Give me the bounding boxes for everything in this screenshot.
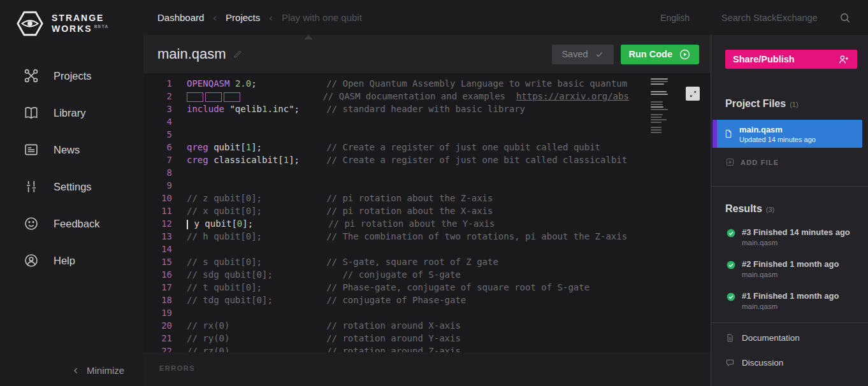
- header-right: English: [660, 11, 851, 24]
- minimap-line: [651, 127, 662, 128]
- active-file-indicator: [712, 120, 717, 148]
- minimap-line: [651, 119, 667, 120]
- code-line: 17// t qubit[0]; // Phase-gate, conjugat…: [143, 281, 651, 294]
- minimap[interactable]: [651, 78, 669, 133]
- search-icon[interactable]: [839, 11, 851, 24]
- content-row: main.qasm Saved Run Code 1OPENQASM 2.0; …: [143, 35, 868, 386]
- add-file-label: ADD FILE: [741, 159, 779, 166]
- sidebar-item-help[interactable]: Help: [0, 242, 143, 279]
- left-sidebar: STRANGE WORKSBETA ProjectsLibraryNewsSet…: [0, 0, 143, 386]
- saved-button[interactable]: Saved: [552, 45, 613, 64]
- user-plus-icon: [837, 54, 850, 66]
- page-title: main.qasm: [157, 46, 226, 62]
- result-item[interactable]: #2 Finished 1 month agomain.qasm: [726, 259, 854, 278]
- sidebar-item-library[interactable]: Library: [0, 94, 143, 131]
- strangeworks-logo: STRANGE WORKSBETA: [0, 0, 143, 38]
- expand-icon[interactable]: [686, 87, 700, 101]
- file-icon: [723, 129, 734, 139]
- code-line: 16// sdg qubit[0]; // conjugate of S-gat…: [143, 268, 651, 281]
- app-window: STRANGE WORKSBETA ProjectsLibraryNewsSet…: [0, 0, 868, 386]
- code-line: 4: [143, 115, 651, 128]
- line-number: 6: [143, 141, 187, 154]
- language-selector[interactable]: English: [660, 13, 690, 23]
- sidebar-item-label: Feedback: [54, 218, 99, 230]
- run-code-button[interactable]: Run Code: [621, 45, 699, 64]
- code-line: 7creg classicalbit[1]; // Create a regis…: [143, 154, 651, 166]
- panel-links: DocumentationDiscussion: [711, 323, 868, 368]
- code-line: 5: [143, 128, 651, 141]
- minimap-line: [651, 129, 662, 131]
- result-title: #3 Finished 14 minutes ago: [742, 227, 850, 237]
- add-file-icon: [725, 157, 735, 167]
- sidebar-item-news[interactable]: News: [0, 131, 143, 168]
- line-number: 1: [143, 77, 187, 90]
- code-line: 12 y qubit[0]; // pi rotation about the …: [143, 217, 651, 230]
- file-item-main-qasm[interactable]: main.qasm Updated 14 minutes ago: [712, 120, 862, 148]
- code-line: 2 // QASM documentation and examples htt…: [143, 90, 651, 103]
- minimap-line: [651, 101, 663, 103]
- code-line: 10// z qubit[0]; // pi rotation about th…: [143, 192, 651, 204]
- result-item[interactable]: #3 Finished 14 minutes agomain.qasm: [726, 227, 854, 247]
- saved-label: Saved: [561, 49, 588, 59]
- minimap-line: [651, 117, 662, 118]
- text-cursor: [187, 220, 188, 229]
- sidebar-item-label: News: [54, 144, 80, 156]
- search-input[interactable]: [721, 13, 830, 23]
- check-circle-icon: [726, 291, 736, 310]
- line-number: 3: [143, 103, 187, 115]
- code-line: 11// x qubit[0]; // pi rotation about th…: [143, 204, 651, 217]
- breadcrumb: Dashboard‹Projects‹Play with one qubit: [157, 12, 362, 23]
- settings-icon: [23, 178, 40, 195]
- line-number: 17: [143, 281, 187, 294]
- sidebar-item-settings[interactable]: Settings: [0, 168, 143, 205]
- sidebar-item-projects[interactable]: Projects: [0, 57, 143, 94]
- library-icon: [23, 104, 40, 121]
- code-line: 21// ry(0) // rotation around Y-axis: [143, 332, 651, 345]
- sidebar-item-label: Projects: [54, 70, 92, 82]
- results-count: (3): [766, 206, 774, 213]
- line-number: 13: [143, 230, 187, 243]
- minimap-line: [651, 78, 668, 80]
- breadcrumb-item[interactable]: Dashboard: [157, 12, 204, 23]
- project-files-title: Project Files: [725, 98, 786, 110]
- file-item-body: main.qasm Updated 14 minutes ago: [717, 120, 822, 148]
- result-file: main.qasm: [742, 271, 839, 278]
- sidebar-item-label: Settings: [54, 181, 92, 193]
- minimap-line: [651, 83, 664, 85]
- edit-icon[interactable]: [233, 49, 243, 59]
- code-line: 3include "qelib1.inc"; // standard heade…: [143, 103, 651, 115]
- breadcrumb-item: Play with one qubit: [282, 12, 362, 23]
- sidebar-item-feedback[interactable]: Feedback: [0, 205, 143, 242]
- minimap-line: [651, 122, 662, 123]
- line-number: 12: [143, 217, 187, 230]
- chat-icon: [725, 358, 735, 368]
- whitespace-marker: [187, 92, 203, 102]
- line-number: 20: [143, 319, 187, 332]
- whitespace-marker: [224, 92, 240, 102]
- line-number: 5: [143, 128, 187, 141]
- minimap-line: [651, 109, 668, 110]
- projects-icon: [23, 68, 40, 84]
- strangeworks-logo-icon: [15, 9, 45, 38]
- add-file-button[interactable]: ADD FILE: [725, 157, 854, 167]
- link-documentation[interactable]: Documentation: [725, 333, 854, 343]
- minimap-line: [651, 91, 667, 92]
- top-header: Dashboard‹Projects‹Play with one qubit E…: [143, 0, 868, 35]
- line-number: 9: [143, 179, 187, 192]
- breadcrumb-item[interactable]: Projects: [226, 12, 260, 23]
- code-line: 9: [143, 179, 651, 192]
- share-publish-button[interactable]: Share/Publish: [725, 50, 857, 69]
- minimize-button[interactable]: Minimize: [71, 365, 143, 376]
- file-updated: Updated 14 minutes ago: [739, 136, 816, 143]
- main-column: Dashboard‹Projects‹Play with one qubit E…: [143, 0, 868, 386]
- link-discussion[interactable]: Discussion: [725, 358, 854, 368]
- project-files-count: (1): [790, 101, 798, 108]
- editor-header: main.qasm Saved Run Code: [143, 35, 711, 73]
- logo-line1: STRANGE: [52, 13, 108, 24]
- result-item[interactable]: #1 Finished 1 month agomain.qasm: [726, 291, 854, 310]
- result-title: #2 Finished 1 month ago: [742, 259, 839, 269]
- play-circle-icon: [679, 48, 691, 61]
- errors-label: ERRORS: [159, 364, 195, 372]
- code-line: 13// h qubit[0]; // The combination of t…: [143, 230, 651, 243]
- code-editor[interactable]: 1OPENQASM 2.0; // Open Quantum Assembly …: [143, 73, 711, 352]
